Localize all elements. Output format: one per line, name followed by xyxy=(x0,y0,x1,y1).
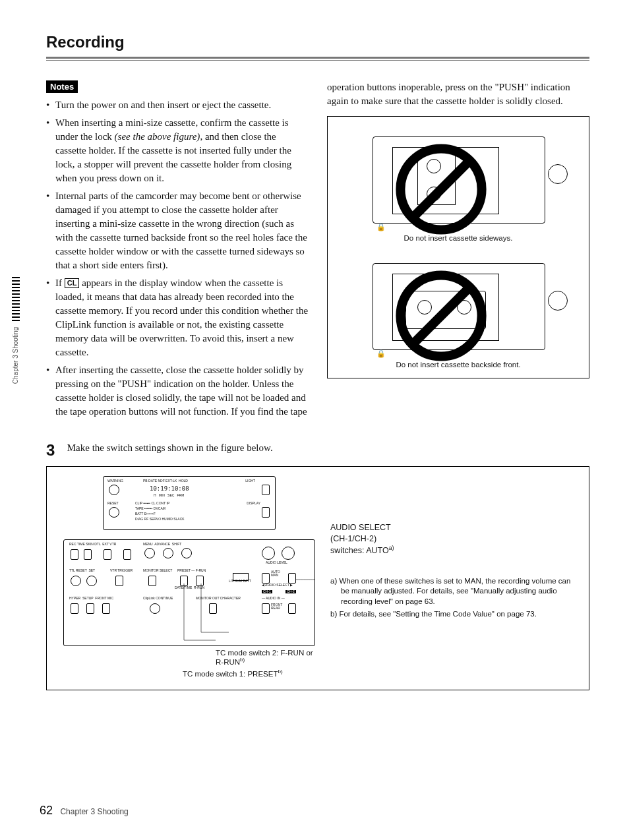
prohibition-figure-box: 🔒 Do not insert cassette sideways. 🔒 xyxy=(327,116,589,378)
figure-backside-front: 🔒 xyxy=(353,251,564,357)
thumb-index: Chapter 3 Shooting xyxy=(12,277,20,409)
notes-list: Turn the power on and then insert or eje… xyxy=(46,98,309,419)
thumb-index-bars xyxy=(12,277,20,322)
figure-sideways: 🔒 xyxy=(353,125,564,230)
page-footer: 62 Chapter 3 Shooting xyxy=(40,804,129,818)
tc-switch-2-caption: TC mode switch 2: F-RUN or R-RUNb) xyxy=(110,649,321,666)
display-panel-illustration: WARNING RESET PB DATE NDF EXT-LK HOLD 10… xyxy=(103,476,276,530)
note-item: If CL appears in the display window when… xyxy=(46,276,309,359)
switch-panel-figure: WARNING RESET PB DATE NDF EXT-LK HOLD 10… xyxy=(46,466,589,690)
title-rule-thin xyxy=(46,60,589,61)
note-item: After inserting the cassette, close the … xyxy=(46,363,309,419)
note-item: Turn the power on and then insert or eje… xyxy=(46,98,309,112)
footnote-b: b) For details, see "Setting the Time Co… xyxy=(330,609,578,620)
step-3: 3 Make the switch settings shown in the … xyxy=(46,441,589,460)
control-panel-illustration: REC TIME SKIN DTL EXT VTR MENU ADVANCE S… xyxy=(63,539,315,646)
svg-line-3 xyxy=(413,288,469,344)
notes-badge: Notes xyxy=(46,80,78,93)
thumb-index-label: Chapter 3 Shooting xyxy=(12,327,19,384)
step-text: Make the switch settings shown in the fi… xyxy=(67,441,273,455)
continuation-paragraph: operation buttons inoperable, press on t… xyxy=(327,80,589,108)
page-number: 62 xyxy=(40,804,53,817)
chapter-label: Chapter 3 Shooting xyxy=(60,807,128,816)
note-item: Internal parts of the camcorder may beco… xyxy=(46,189,309,272)
cl-icon: CL xyxy=(65,278,80,288)
tc-switch-1-caption: TC mode switch 1: PRESETb) xyxy=(97,669,321,678)
step-number: 3 xyxy=(46,441,65,460)
note-item: When inserting a mini-size cassette, con… xyxy=(46,116,309,185)
svg-line-1 xyxy=(413,162,469,217)
footnote-a: a) When one of these switches is set to … xyxy=(330,576,578,607)
page-title: Recording xyxy=(46,33,589,51)
prohibition-icon xyxy=(395,270,487,362)
prohibition-icon xyxy=(395,143,487,235)
audio-select-callout: AUDIO SELECT (CH-1/CH-2) switches: AUTOa… xyxy=(330,522,578,556)
panel-footnotes: a) When one of these switches is set to … xyxy=(330,576,578,620)
title-rule-thick xyxy=(46,57,589,59)
